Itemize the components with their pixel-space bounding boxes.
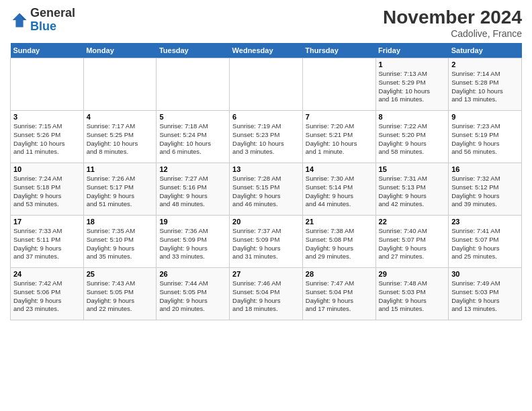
calendar-cell: 25Sunrise: 7:43 AM Sunset: 5:05 PM Dayli… bbox=[83, 268, 157, 320]
calendar-cell: 15Sunrise: 7:31 AM Sunset: 5:13 PM Dayli… bbox=[375, 163, 449, 216]
day-number: 10 bbox=[13, 165, 81, 173]
calendar-cell: 3Sunrise: 7:15 AM Sunset: 5:26 PM Daylig… bbox=[11, 111, 84, 163]
weekday-header-thursday: Thursday bbox=[302, 43, 375, 58]
calendar-cell: 9Sunrise: 7:23 AM Sunset: 5:19 PM Daylig… bbox=[449, 111, 522, 163]
calendar-cell: 13Sunrise: 7:28 AM Sunset: 5:15 PM Dayli… bbox=[230, 163, 303, 216]
day-info: Sunrise: 7:47 AM Sunset: 5:04 PM Dayligh… bbox=[306, 279, 373, 314]
calendar-cell: 11Sunrise: 7:26 AM Sunset: 5:17 PM Dayli… bbox=[83, 163, 157, 216]
day-info: Sunrise: 7:14 AM Sunset: 5:28 PM Dayligh… bbox=[451, 70, 519, 104]
day-number: 19 bbox=[159, 218, 226, 226]
day-number: 18 bbox=[87, 218, 154, 226]
calendar-cell: 22Sunrise: 7:40 AM Sunset: 5:07 PM Dayli… bbox=[375, 216, 449, 268]
header: General Blue November 2024 Cadolive, Fra… bbox=[10, 7, 522, 39]
day-number: 20 bbox=[232, 218, 300, 226]
day-info: Sunrise: 7:42 AM Sunset: 5:06 PM Dayligh… bbox=[13, 279, 81, 314]
day-number: 24 bbox=[13, 270, 81, 278]
calendar-cell: 30Sunrise: 7:49 AM Sunset: 5:03 PM Dayli… bbox=[449, 268, 522, 320]
calendar-cell: 7Sunrise: 7:20 AM Sunset: 5:21 PM Daylig… bbox=[302, 111, 375, 163]
calendar-cell: 18Sunrise: 7:35 AM Sunset: 5:10 PM Dayli… bbox=[83, 216, 157, 268]
day-number: 11 bbox=[87, 165, 154, 173]
day-info: Sunrise: 7:43 AM Sunset: 5:05 PM Dayligh… bbox=[87, 279, 154, 314]
calendar-cell bbox=[83, 58, 157, 111]
day-info: Sunrise: 7:18 AM Sunset: 5:24 PM Dayligh… bbox=[159, 122, 226, 156]
day-number: 16 bbox=[451, 165, 519, 173]
day-number: 3 bbox=[13, 113, 81, 121]
day-info: Sunrise: 7:35 AM Sunset: 5:10 PM Dayligh… bbox=[87, 227, 154, 261]
weekday-header-tuesday: Tuesday bbox=[157, 43, 230, 58]
day-number: 22 bbox=[379, 218, 446, 226]
calendar-cell: 20Sunrise: 7:37 AM Sunset: 5:09 PM Dayli… bbox=[230, 216, 303, 268]
logo-text: General Blue bbox=[30, 7, 75, 34]
calendar-week-2: 3Sunrise: 7:15 AM Sunset: 5:26 PM Daylig… bbox=[11, 111, 522, 163]
day-number: 21 bbox=[306, 218, 373, 226]
page-container: General Blue November 2024 Cadolive, Fra… bbox=[0, 0, 532, 327]
day-number: 15 bbox=[379, 165, 446, 173]
day-info: Sunrise: 7:15 AM Sunset: 5:26 PM Dayligh… bbox=[13, 122, 81, 156]
day-number: 23 bbox=[451, 218, 519, 226]
calendar-cell: 8Sunrise: 7:22 AM Sunset: 5:20 PM Daylig… bbox=[375, 111, 449, 163]
day-info: Sunrise: 7:23 AM Sunset: 5:19 PM Dayligh… bbox=[451, 122, 519, 156]
calendar-cell: 23Sunrise: 7:41 AM Sunset: 5:07 PM Dayli… bbox=[449, 216, 522, 268]
calendar-cell bbox=[157, 58, 230, 111]
calendar-cell: 17Sunrise: 7:33 AM Sunset: 5:11 PM Dayli… bbox=[11, 216, 84, 268]
calendar-cell bbox=[230, 58, 303, 111]
day-info: Sunrise: 7:30 AM Sunset: 5:14 PM Dayligh… bbox=[306, 175, 373, 209]
calendar-week-1: 1Sunrise: 7:13 AM Sunset: 5:29 PM Daylig… bbox=[11, 58, 522, 111]
day-number: 13 bbox=[232, 165, 300, 173]
day-info: Sunrise: 7:19 AM Sunset: 5:23 PM Dayligh… bbox=[232, 122, 300, 156]
calendar-table: SundayMondayTuesdayWednesdayThursdayFrid… bbox=[10, 43, 522, 320]
day-info: Sunrise: 7:20 AM Sunset: 5:21 PM Dayligh… bbox=[306, 122, 373, 156]
day-number: 27 bbox=[232, 270, 300, 278]
day-info: Sunrise: 7:13 AM Sunset: 5:29 PM Dayligh… bbox=[379, 70, 446, 104]
calendar-cell: 16Sunrise: 7:32 AM Sunset: 5:12 PM Dayli… bbox=[449, 163, 522, 216]
weekday-header-friday: Friday bbox=[375, 43, 449, 58]
weekday-header-monday: Monday bbox=[83, 43, 157, 58]
day-info: Sunrise: 7:24 AM Sunset: 5:18 PM Dayligh… bbox=[13, 175, 81, 209]
day-number: 25 bbox=[87, 270, 154, 278]
calendar-week-5: 24Sunrise: 7:42 AM Sunset: 5:06 PM Dayli… bbox=[11, 268, 522, 320]
day-number: 6 bbox=[232, 113, 300, 121]
day-info: Sunrise: 7:27 AM Sunset: 5:16 PM Dayligh… bbox=[159, 175, 226, 209]
day-info: Sunrise: 7:36 AM Sunset: 5:09 PM Dayligh… bbox=[159, 227, 226, 261]
calendar-cell: 19Sunrise: 7:36 AM Sunset: 5:09 PM Dayli… bbox=[157, 216, 230, 268]
logo-icon bbox=[10, 11, 29, 30]
day-info: Sunrise: 7:22 AM Sunset: 5:20 PM Dayligh… bbox=[379, 122, 446, 156]
day-number: 1 bbox=[379, 60, 446, 68]
day-number: 9 bbox=[451, 113, 519, 121]
location: Cadolive, France bbox=[383, 28, 522, 39]
calendar-cell: 24Sunrise: 7:42 AM Sunset: 5:06 PM Dayli… bbox=[11, 268, 84, 320]
calendar-cell: 5Sunrise: 7:18 AM Sunset: 5:24 PM Daylig… bbox=[157, 111, 230, 163]
day-info: Sunrise: 7:44 AM Sunset: 5:05 PM Dayligh… bbox=[159, 279, 226, 314]
logo: General Blue bbox=[10, 7, 75, 34]
weekday-header-row: SundayMondayTuesdayWednesdayThursdayFrid… bbox=[11, 43, 522, 58]
day-info: Sunrise: 7:40 AM Sunset: 5:07 PM Dayligh… bbox=[379, 227, 446, 261]
weekday-header-saturday: Saturday bbox=[449, 43, 522, 58]
month-title: November 2024 bbox=[383, 7, 522, 28]
calendar-cell: 1Sunrise: 7:13 AM Sunset: 5:29 PM Daylig… bbox=[375, 58, 449, 111]
day-number: 30 bbox=[451, 270, 519, 278]
day-number: 29 bbox=[379, 270, 446, 278]
day-number: 26 bbox=[159, 270, 226, 278]
calendar-cell: 6Sunrise: 7:19 AM Sunset: 5:23 PM Daylig… bbox=[230, 111, 303, 163]
day-number: 28 bbox=[306, 270, 373, 278]
day-info: Sunrise: 7:48 AM Sunset: 5:03 PM Dayligh… bbox=[379, 279, 446, 314]
day-info: Sunrise: 7:31 AM Sunset: 5:13 PM Dayligh… bbox=[379, 175, 446, 209]
day-info: Sunrise: 7:37 AM Sunset: 5:09 PM Dayligh… bbox=[232, 227, 300, 261]
day-number: 8 bbox=[379, 113, 446, 121]
calendar-cell: 21Sunrise: 7:38 AM Sunset: 5:08 PM Dayli… bbox=[302, 216, 375, 268]
calendar-cell: 27Sunrise: 7:46 AM Sunset: 5:04 PM Dayli… bbox=[230, 268, 303, 320]
calendar-cell bbox=[302, 58, 375, 111]
day-number: 7 bbox=[306, 113, 373, 121]
calendar-cell: 4Sunrise: 7:17 AM Sunset: 5:25 PM Daylig… bbox=[83, 111, 157, 163]
title-block: November 2024 Cadolive, France bbox=[383, 7, 522, 39]
weekday-header-sunday: Sunday bbox=[11, 43, 84, 58]
calendar-cell: 14Sunrise: 7:30 AM Sunset: 5:14 PM Dayli… bbox=[302, 163, 375, 216]
day-number: 5 bbox=[159, 113, 226, 121]
day-info: Sunrise: 7:32 AM Sunset: 5:12 PM Dayligh… bbox=[451, 175, 519, 209]
calendar-cell: 10Sunrise: 7:24 AM Sunset: 5:18 PM Dayli… bbox=[11, 163, 84, 216]
calendar-week-4: 17Sunrise: 7:33 AM Sunset: 5:11 PM Dayli… bbox=[11, 216, 522, 268]
day-info: Sunrise: 7:33 AM Sunset: 5:11 PM Dayligh… bbox=[13, 227, 81, 261]
day-number: 14 bbox=[306, 165, 373, 173]
calendar-cell: 26Sunrise: 7:44 AM Sunset: 5:05 PM Dayli… bbox=[157, 268, 230, 320]
calendar-cell: 28Sunrise: 7:47 AM Sunset: 5:04 PM Dayli… bbox=[302, 268, 375, 320]
